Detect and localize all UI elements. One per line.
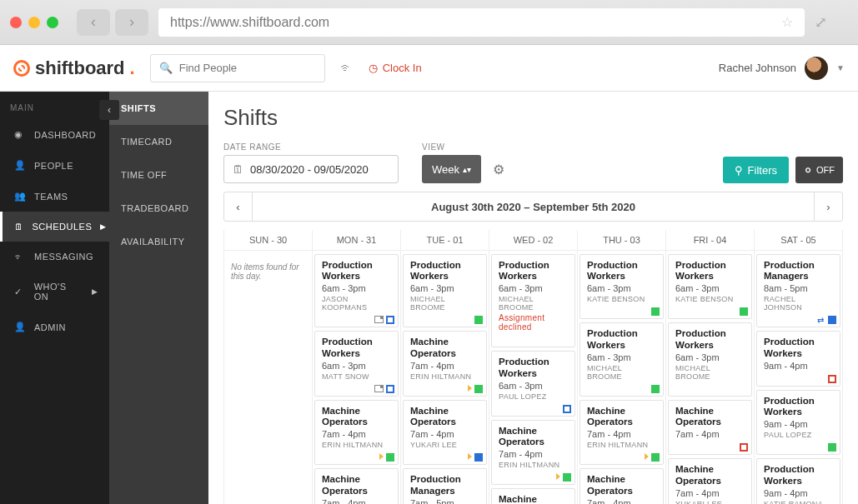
day-column: SAT - 05Production Managers8am - 5pmRACH… — [755, 230, 843, 504]
shift-badges — [651, 385, 660, 393]
chevron-right-icon: ▶ — [100, 222, 107, 231]
shift-person: YUKARI LEE — [675, 500, 745, 504]
off-toggle[interactable]: ⭘ OFF — [795, 157, 843, 183]
clock-in-label: Clock In — [383, 62, 422, 74]
calendar-icon: 🗓 — [233, 163, 243, 176]
shift-card[interactable]: Machine Operators7am - 4pmERIN HILTMANN — [580, 400, 664, 465]
logo-icon — [13, 60, 30, 77]
blue-badge-icon — [386, 316, 394, 324]
shift-card[interactable]: Production Managers7am - 5pmSTEVEN CHANG — [403, 468, 487, 504]
shift-title: Production Workers — [587, 328, 656, 350]
submenu-item-availability[interactable]: AVAILABILITY — [109, 225, 208, 258]
submenu-item-timecard[interactable]: TIMECARD — [109, 125, 208, 158]
sidebar-item-label: TEAMS — [34, 192, 68, 202]
collapse-sidebar-button[interactable]: ‹ — [99, 100, 119, 120]
shift-title: Machine Operators — [322, 474, 391, 496]
shift-card[interactable]: Machine Operators7am - 4pmYUKARI LEE — [314, 468, 399, 504]
shift-card[interactable]: Production Workers6am - 3pmMICHAEL BROOM… — [491, 254, 575, 347]
url-bar[interactable]: https://www.shiftboard.com ☆ — [158, 8, 805, 37]
maximize-window-icon[interactable] — [47, 17, 58, 28]
submenu-item-shifts[interactable]: SHIFTS — [109, 92, 208, 125]
minimize-window-icon[interactable] — [28, 17, 40, 28]
shift-time: 6am - 3pm — [587, 352, 656, 362]
shift-card[interactable]: Production Workers6am - 3pmMICHAEL BROOM… — [580, 322, 664, 396]
next-week-button[interactable]: › — [814, 192, 842, 221]
sidebar-item-teams[interactable]: 👥TEAMS — [0, 181, 109, 212]
submenu-item-time-off[interactable]: TIME OFF — [109, 158, 208, 192]
swap-badge-icon: ⇄ — [817, 316, 825, 324]
date-range-label: DATE RANGE — [223, 142, 399, 152]
date-range-input[interactable]: 🗓 08/30/2020 - 09/05/2020 — [223, 155, 399, 183]
shift-title: Production Workers — [499, 260, 568, 282]
shift-time: 7am - 4pm — [499, 449, 568, 459]
shift-title: Production Workers — [675, 328, 745, 350]
sidebar-item-messaging[interactable]: ᯤMESSAGING — [0, 242, 109, 272]
shift-title: Machine Operators — [499, 426, 568, 447]
shift-card[interactable]: Production Workers6am - 3pmKATIE BENSON — [668, 254, 752, 319]
logo[interactable]: shiftboard. — [13, 57, 135, 79]
sidebar-item-schedules[interactable]: 🗓SCHEDULES▶ — [0, 212, 109, 242]
sidebar-item-dashboard[interactable]: ◉DASHBOARD — [0, 119, 109, 150]
shift-title: Production Workers — [675, 260, 745, 282]
content: Shifts DATE RANGE 🗓 08/30/2020 - 09/05/2… — [208, 92, 858, 504]
shift-card[interactable]: Production Workers6am - 3pmJASON KOOPMAN… — [314, 254, 399, 327]
sidebar-item-people[interactable]: 👤PEOPLE — [0, 150, 109, 181]
back-button[interactable]: ‹ — [77, 9, 110, 36]
shift-card[interactable]: Machine Operators7am - 4pmYUKARI LEE — [491, 488, 575, 504]
filter-icon: ⚲ — [735, 164, 743, 177]
bluef-badge-icon — [474, 453, 483, 462]
shift-card[interactable]: Production Workers9am - 4pm — [756, 331, 840, 386]
shift-card[interactable]: Production Workers6am - 3pmMICHAEL BROOM… — [403, 254, 487, 327]
shift-card[interactable]: Production Workers9am - 4pmKATIE RAMONA — [756, 458, 840, 504]
chevron-right-icon: ▶ — [92, 287, 98, 296]
shift-badges — [740, 443, 748, 452]
day-header: MON - 31 — [313, 230, 400, 251]
shift-card[interactable]: Machine Operators7am - 4pmERIN HILTMANN — [403, 331, 487, 396]
clock-in-button[interactable]: ◷ Clock In — [369, 62, 422, 74]
broadcast-icon[interactable]: ᯤ — [340, 61, 354, 76]
brand-text: shiftboard — [35, 57, 125, 79]
day-column: TUE - 01Production Workers6am - 3pmMICHA… — [401, 230, 489, 504]
shift-card[interactable]: Production Workers6am - 3pmMATT SNOW — [314, 331, 399, 396]
close-window-icon[interactable] — [10, 17, 22, 28]
window-dots — [10, 17, 58, 28]
filters-button[interactable]: ⚲ Filters — [723, 157, 789, 183]
shift-card[interactable]: Machine Operators7am - 4pmYUKARI LEE — [580, 468, 664, 504]
search-box[interactable]: 🔍 — [150, 54, 325, 82]
expand-icon[interactable]: ⤢ — [815, 13, 848, 32]
view-select[interactable]: Week ▴▾ — [422, 155, 481, 183]
shift-person: PAUL LOPEZ — [764, 431, 833, 439]
shift-person: ERIN HILTMANN — [410, 372, 479, 381]
flag-badge-icon — [468, 385, 472, 392]
shift-person: PAUL LOPEZ — [499, 392, 568, 401]
day-header: WED - 02 — [489, 230, 577, 251]
shift-card[interactable]: Machine Operators7am - 4pm — [668, 400, 752, 455]
search-input[interactable] — [179, 62, 319, 74]
browser-chrome: ‹ › https://www.shiftboard.com ☆ ⤢ — [0, 0, 858, 45]
shift-card[interactable]: Machine Operators7am - 4pmERIN HILTMANN — [491, 420, 575, 485]
shift-card[interactable]: Machine Operators7am - 4pmERIN HILTMANN — [314, 400, 399, 465]
view-value: Week — [432, 163, 459, 176]
shift-badges: ⇄ — [817, 316, 836, 324]
shift-card[interactable]: Production Workers6am - 3pmKATIE BENSON — [580, 254, 664, 319]
user-menu[interactable]: Rachel Johnson ▼ — [719, 57, 845, 80]
shift-person: MATT SNOW — [322, 372, 391, 381]
shift-card[interactable]: Production Workers6am - 3pmMICHAEL BROOM… — [668, 322, 752, 396]
shift-card[interactable]: Production Workers6am - 3pmPAUL LOPEZ — [491, 351, 575, 416]
shift-person: JASON KOOPMANS — [322, 295, 391, 312]
day-header: TUE - 01 — [401, 230, 489, 251]
forward-button[interactable]: › — [115, 9, 148, 36]
sidebar-item-admin[interactable]: 👤ADMIN — [0, 312, 109, 342]
shift-title: Machine Operators — [410, 337, 479, 358]
sidebar-item-who-s-on[interactable]: ✓WHO'S ON▶ — [0, 272, 109, 312]
shift-card[interactable]: Production Managers8am - 5pmRACHEL JOHNS… — [756, 254, 840, 327]
shift-card[interactable]: Machine Operators7am - 4pmYUKARI LEE — [403, 400, 487, 465]
shift-time: 6am - 3pm — [675, 283, 745, 293]
prev-week-button[interactable]: ‹ — [224, 192, 253, 221]
gear-icon[interactable]: ⚙ — [493, 162, 504, 177]
shift-person: MICHAEL BROOME — [410, 295, 479, 312]
shift-card[interactable]: Production Workers9am - 4pmPAUL LOPEZ — [756, 390, 840, 455]
submenu-item-tradeboard[interactable]: TRADEBOARD — [109, 192, 208, 225]
shift-card[interactable]: Machine Operators7am - 4pmYUKARI LEE — [668, 458, 752, 504]
shift-person: ERIN HILTMANN — [499, 461, 568, 469]
